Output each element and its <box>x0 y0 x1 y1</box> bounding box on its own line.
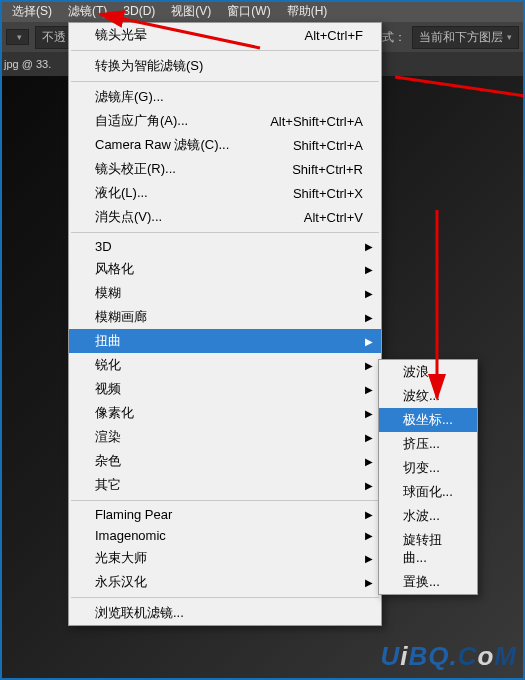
submenu-arrow-icon: ▶ <box>365 360 373 371</box>
menu-item-lens-flare[interactable]: 镜头光晕Alt+Ctrl+F <box>69 23 381 47</box>
menu-separator <box>71 500 379 501</box>
filter-menu-dropdown: 镜头光晕Alt+Ctrl+F 转换为智能滤镜(S) 滤镜库(G)... 自适应广… <box>68 22 382 626</box>
menu-separator <box>71 597 379 598</box>
document-tab[interactable]: jpg @ 33. <box>4 58 51 70</box>
submenu-item-spherize[interactable]: 球面化... <box>379 480 477 504</box>
menu-item-convert-smart[interactable]: 转换为智能滤镜(S) <box>69 54 381 78</box>
submenu-arrow-icon: ▶ <box>365 288 373 299</box>
menu-item-sharpen[interactable]: 锐化▶ <box>69 353 381 377</box>
menu-separator <box>71 50 379 51</box>
menu-3d[interactable]: 3D(D) <box>115 4 163 18</box>
submenu-arrow-icon: ▶ <box>365 384 373 395</box>
submenu-arrow-icon: ▶ <box>365 312 373 323</box>
submenu-item-ripple[interactable]: 波纹... <box>379 384 477 408</box>
submenu-arrow-icon: ▶ <box>365 336 373 347</box>
menu-item-filter-gallery[interactable]: 滤镜库(G)... <box>69 85 381 109</box>
menu-separator <box>71 81 379 82</box>
menu-item-render[interactable]: 渲染▶ <box>69 425 381 449</box>
combo-1[interactable]: ▾ <box>6 29 29 45</box>
menu-item-stylize[interactable]: 风格化▶ <box>69 257 381 281</box>
submenu-arrow-icon: ▶ <box>365 264 373 275</box>
menu-item-yongle[interactable]: 永乐汉化▶ <box>69 570 381 594</box>
watermark: UiBQ.CoM <box>380 641 517 672</box>
menu-item-vanishing-point[interactable]: 消失点(V)...Alt+Ctrl+V <box>69 205 381 229</box>
submenu-item-pinch[interactable]: 挤压... <box>379 432 477 456</box>
submenu-arrow-icon: ▶ <box>365 456 373 467</box>
menu-item-browse-online[interactable]: 浏览联机滤镜... <box>69 601 381 625</box>
menu-item-pixelate[interactable]: 像素化▶ <box>69 401 381 425</box>
menu-item-imagenomic[interactable]: Imagenomic▶ <box>69 525 381 546</box>
menu-item-lens-correction[interactable]: 镜头校正(R)...Shift+Ctrl+R <box>69 157 381 181</box>
menu-help[interactable]: 帮助(H) <box>279 3 336 20</box>
distort-submenu: 波浪... 波纹... 极坐标... 挤压... 切变... 球面化... 水波… <box>378 359 478 595</box>
submenu-arrow-icon: ▶ <box>365 553 373 564</box>
menubar: 选择(S) 滤镜(T) 3D(D) 视图(V) 窗口(W) 帮助(H) <box>0 0 525 22</box>
menu-item-noise[interactable]: 杂色▶ <box>69 449 381 473</box>
submenu-item-wave[interactable]: 波浪... <box>379 360 477 384</box>
menu-filter[interactable]: 滤镜(T) <box>60 3 115 20</box>
label-mode: 式： <box>382 29 406 46</box>
menu-item-blur-gallery[interactable]: 模糊画廊▶ <box>69 305 381 329</box>
menu-item-distort[interactable]: 扭曲▶ <box>69 329 381 353</box>
submenu-item-displace[interactable]: 置换... <box>379 570 477 594</box>
menu-select[interactable]: 选择(S) <box>4 3 60 20</box>
submenu-item-zigzag[interactable]: 水波... <box>379 504 477 528</box>
menu-separator <box>71 232 379 233</box>
chevron-down-icon: ▾ <box>507 32 512 42</box>
menu-item-liquify[interactable]: 液化(L)...Shift+Ctrl+X <box>69 181 381 205</box>
menu-item-adaptive-wide[interactable]: 自适应广角(A)...Alt+Shift+Ctrl+A <box>69 109 381 133</box>
submenu-arrow-icon: ▶ <box>365 432 373 443</box>
submenu-arrow-icon: ▶ <box>365 530 373 541</box>
menu-item-other[interactable]: 其它▶ <box>69 473 381 497</box>
submenu-item-twirl[interactable]: 旋转扭曲... <box>379 528 477 570</box>
menu-item-3d[interactable]: 3D▶ <box>69 236 381 257</box>
chevron-down-icon: ▾ <box>17 32 22 42</box>
combo-layer-sample[interactable]: 当前和下方图层▾ <box>412 26 519 49</box>
menu-view[interactable]: 视图(V) <box>163 3 219 20</box>
menu-item-flaming-pear[interactable]: Flaming Pear▶ <box>69 504 381 525</box>
menu-item-camera-raw[interactable]: Camera Raw 滤镜(C)...Shift+Ctrl+A <box>69 133 381 157</box>
submenu-arrow-icon: ▶ <box>365 241 373 252</box>
submenu-item-shear[interactable]: 切变... <box>379 456 477 480</box>
menu-window[interactable]: 窗口(W) <box>219 3 278 20</box>
menu-item-video[interactable]: 视频▶ <box>69 377 381 401</box>
submenu-arrow-icon: ▶ <box>365 480 373 491</box>
submenu-arrow-icon: ▶ <box>365 408 373 419</box>
submenu-arrow-icon: ▶ <box>365 577 373 588</box>
submenu-item-polar[interactable]: 极坐标... <box>379 408 477 432</box>
menu-item-light-master[interactable]: 光束大师▶ <box>69 546 381 570</box>
submenu-arrow-icon: ▶ <box>365 509 373 520</box>
menu-item-blur[interactable]: 模糊▶ <box>69 281 381 305</box>
